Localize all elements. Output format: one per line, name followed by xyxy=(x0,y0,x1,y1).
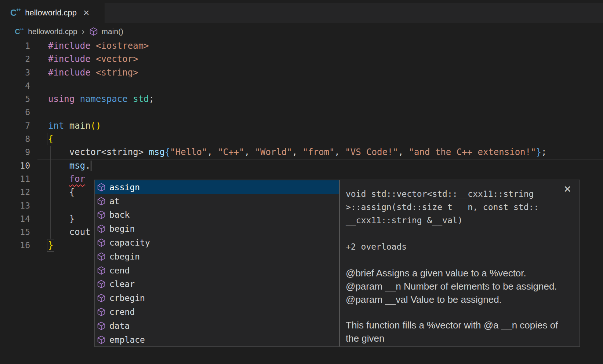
code-token xyxy=(91,41,96,51)
code-token: <string> xyxy=(96,67,138,78)
doc-signature: void std::vector<std::__cxx11::string>::… xyxy=(346,187,572,227)
suggest-item-label: crbegin xyxy=(109,293,145,303)
code-line[interactable]: 4 xyxy=(0,79,603,92)
suggest-item-capacity[interactable]: capacity xyxy=(95,236,339,250)
breadcrumb-file[interactable]: helloworld.cpp xyxy=(28,27,77,36)
symbol-method-icon xyxy=(97,266,106,275)
suggest-list[interactable]: assignatbackbegincapacitycbegincendclear… xyxy=(95,180,339,346)
tab-helloworld[interactable]: C++ helloworld.cpp × xyxy=(0,3,105,23)
line-number: 12 xyxy=(0,185,30,199)
code-line[interactable]: 1#include <iostream> xyxy=(0,39,603,52)
code-token: int xyxy=(48,121,64,131)
code-token xyxy=(91,54,96,64)
code-token: using xyxy=(48,94,75,104)
code-token: . xyxy=(85,161,90,171)
intellisense-suggest-widget: assignatbackbegincapacitycbegincendclear… xyxy=(94,180,580,347)
code-token: msg xyxy=(69,161,85,171)
code-token: , xyxy=(244,147,255,157)
close-icon[interactable]: ✕ xyxy=(563,184,571,195)
code-token: "and the C++ extension!" xyxy=(409,147,536,157)
suggest-item-label: crend xyxy=(109,307,135,317)
code-text: { xyxy=(48,132,53,146)
code-token xyxy=(144,147,149,157)
code-token: namespace xyxy=(80,94,128,104)
code-token: , xyxy=(334,147,345,157)
doc-body: @brief Assigns a given value to a %vecto… xyxy=(346,266,572,345)
code-line[interactable]: 3#include <string> xyxy=(0,66,603,79)
breadcrumb-symbol[interactable]: main() xyxy=(102,27,124,36)
code-line[interactable]: 7int main() xyxy=(0,119,603,132)
code-token: ; xyxy=(149,94,154,104)
line-number: 7 xyxy=(0,119,30,132)
code-token xyxy=(91,67,96,78)
line-number: 2 xyxy=(0,52,30,66)
suggest-item-emplace[interactable]: emplace xyxy=(95,333,339,346)
code-line[interactable]: 10 msg. xyxy=(0,159,603,172)
doc-signature-line: >::assign(std::size_t __n, const std:: xyxy=(346,201,572,214)
code-token: #include xyxy=(48,67,91,78)
line-number: 6 xyxy=(0,106,30,119)
suggest-item-cbegin[interactable]: cbegin xyxy=(95,250,339,264)
code-token xyxy=(48,214,69,224)
suggest-item-back[interactable]: back xyxy=(95,208,339,222)
code-text: { xyxy=(48,185,75,199)
suggest-item-clear[interactable]: clear xyxy=(95,277,339,291)
symbol-method-icon xyxy=(97,252,106,261)
code-token: <iostream> xyxy=(96,41,149,51)
code-token: #include xyxy=(48,54,91,64)
code-token: "Hello" xyxy=(170,147,207,157)
symbol-method-icon xyxy=(97,321,106,330)
suggest-item-label: data xyxy=(109,321,130,331)
line-number: 10 xyxy=(0,159,30,172)
code-token: } xyxy=(69,214,75,224)
breadcrumb: C++ helloworld.cpp › main() xyxy=(14,23,123,40)
vscode-window: C++ helloworld.cpp × C++ helloworld.cpp … xyxy=(0,0,603,364)
code-token: "World" xyxy=(255,147,292,157)
code-line[interactable]: 9 vector<string> msg{"Hello", "C++", "Wo… xyxy=(0,146,603,159)
code-line[interactable]: 8{ xyxy=(0,132,603,146)
suggest-item-crbegin[interactable]: crbegin xyxy=(95,291,339,305)
code-token xyxy=(128,94,133,104)
code-token: { xyxy=(165,147,170,157)
symbol-method-icon xyxy=(97,280,106,288)
symbol-method-icon xyxy=(97,224,106,233)
line-number: 1 xyxy=(0,39,30,52)
symbol-method-icon xyxy=(97,183,106,192)
suggest-item-begin[interactable]: begin xyxy=(95,222,339,236)
doc-body-line: This function fills a %vector with @a __… xyxy=(346,319,572,332)
code-text: for xyxy=(48,172,85,185)
suggest-item-label: back xyxy=(109,210,130,220)
code-token: () xyxy=(91,121,101,131)
doc-signature-line: __cxx11::string &__val) xyxy=(346,214,572,227)
suggest-item-label: emplace xyxy=(109,335,145,345)
code-text: #include <string> xyxy=(48,66,138,79)
code-token xyxy=(64,121,69,131)
code-line[interactable]: 6 xyxy=(0,106,603,119)
suggest-item-at[interactable]: at xyxy=(95,194,339,208)
doc-overloads: +2 overloads xyxy=(346,240,572,253)
line-number: 9 xyxy=(0,146,30,159)
doc-body-line: @param __val Value to be assigned. xyxy=(346,293,572,306)
suggest-item-data[interactable]: data xyxy=(95,319,339,333)
code-token: } xyxy=(536,147,541,157)
code-token: , xyxy=(207,147,218,157)
line-number: 16 xyxy=(0,239,30,252)
code-token xyxy=(75,94,80,104)
tab-close-icon[interactable]: × xyxy=(83,8,89,18)
suggest-item-label: at xyxy=(109,196,120,206)
suggest-item-crend[interactable]: crend xyxy=(95,305,339,319)
line-number: 14 xyxy=(0,212,30,225)
code-token xyxy=(48,161,69,171)
code-token: main xyxy=(69,121,91,131)
code-token xyxy=(48,187,69,197)
code-token: for xyxy=(69,174,85,184)
suggest-item-label: cend xyxy=(109,266,130,275)
code-line[interactable]: 2#include <vector> xyxy=(0,52,603,66)
suggest-item-assign[interactable]: assign xyxy=(95,180,339,194)
code-line[interactable]: 5using namespace std; xyxy=(0,92,603,106)
tab-title: helloworld.cpp xyxy=(25,8,77,18)
symbol-method-icon xyxy=(89,27,98,36)
doc-signature-line: void std::vector<std::__cxx11::string xyxy=(346,187,572,201)
suggest-item-cend[interactable]: cend xyxy=(95,264,339,277)
doc-body-line: @param __n Number of elements to be assi… xyxy=(346,280,572,293)
